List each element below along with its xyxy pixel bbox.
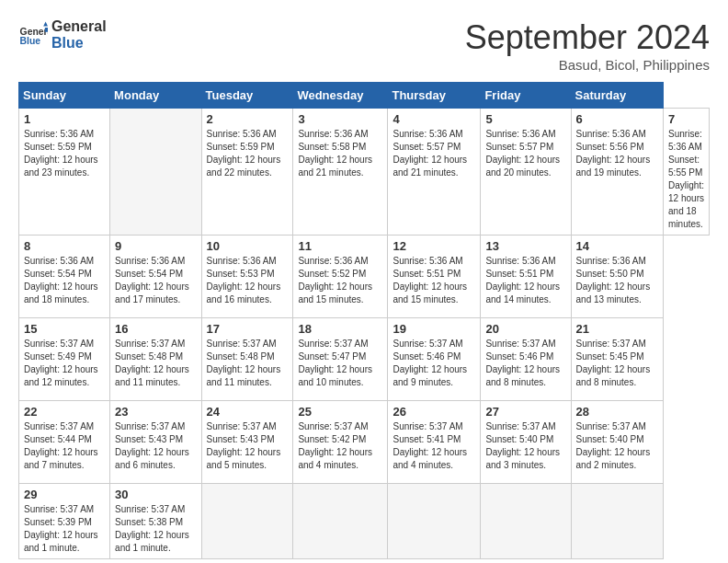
day-number: 24 xyxy=(207,405,289,419)
day-info: Sunrise: 5:36 AM Sunset: 5:56 PM Dayligh… xyxy=(576,128,658,179)
col-header-saturday: Saturday xyxy=(571,83,663,109)
svg-text:General: General xyxy=(20,27,48,37)
calendar-day: 13Sunrise: 5:36 AM Sunset: 5:51 PM Dayli… xyxy=(481,236,571,318)
day-number: 14 xyxy=(576,239,658,253)
calendar-day: 20Sunrise: 5:37 AM Sunset: 5:46 PM Dayli… xyxy=(481,318,571,401)
calendar-day: 1Sunrise: 5:36 AM Sunset: 5:59 PM Daylig… xyxy=(19,109,110,236)
week-row: 8Sunrise: 5:36 AM Sunset: 5:54 PM Daylig… xyxy=(19,236,710,318)
calendar-day: 6Sunrise: 5:36 AM Sunset: 5:56 PM Daylig… xyxy=(571,109,663,236)
day-info: Sunrise: 5:36 AM Sunset: 5:54 PM Dayligh… xyxy=(24,255,105,306)
day-info: Sunrise: 5:37 AM Sunset: 5:43 PM Dayligh… xyxy=(207,420,289,472)
calendar-day: 3Sunrise: 5:36 AM Sunset: 5:58 PM Daylig… xyxy=(293,109,388,236)
calendar-day: 18Sunrise: 5:37 AM Sunset: 5:47 PM Dayli… xyxy=(293,318,388,401)
day-info: Sunrise: 5:37 AM Sunset: 5:39 PM Dayligh… xyxy=(24,503,105,555)
calendar-day: 14Sunrise: 5:36 AM Sunset: 5:50 PM Dayli… xyxy=(571,236,663,318)
month-title: September 2024 xyxy=(465,18,710,57)
day-info: Sunrise: 5:37 AM Sunset: 5:46 PM Dayligh… xyxy=(485,338,565,389)
day-number: 17 xyxy=(207,322,289,336)
logo-general: General xyxy=(51,18,107,35)
calendar-table: SundayMondayTuesdayWednesdayThursdayFrid… xyxy=(18,82,710,559)
page-header: General Blue General Blue September 2024… xyxy=(18,18,710,73)
day-info: Sunrise: 5:36 AM Sunset: 5:50 PM Dayligh… xyxy=(576,255,658,306)
col-header-wednesday: Wednesday xyxy=(293,83,388,109)
calendar-day: 2Sunrise: 5:36 AM Sunset: 5:59 PM Daylig… xyxy=(201,109,293,236)
day-info: Sunrise: 5:37 AM Sunset: 5:43 PM Dayligh… xyxy=(115,420,196,472)
calendar-day: 19Sunrise: 5:37 AM Sunset: 5:46 PM Dayli… xyxy=(388,318,481,401)
week-row: 29Sunrise: 5:37 AM Sunset: 5:39 PM Dayli… xyxy=(19,484,710,559)
calendar-day: 16Sunrise: 5:37 AM Sunset: 5:48 PM Dayli… xyxy=(110,318,201,401)
day-number: 20 xyxy=(485,322,565,336)
day-info: Sunrise: 5:37 AM Sunset: 5:45 PM Dayligh… xyxy=(576,338,658,389)
day-number: 22 xyxy=(24,405,105,419)
day-number: 11 xyxy=(298,239,382,253)
day-info: Sunrise: 5:36 AM Sunset: 5:55 PM Dayligh… xyxy=(668,128,704,231)
svg-text:Blue: Blue xyxy=(20,36,41,46)
day-info: Sunrise: 5:36 AM Sunset: 5:51 PM Dayligh… xyxy=(392,255,475,306)
day-number: 3 xyxy=(298,112,382,126)
logo: General Blue General Blue xyxy=(18,18,107,51)
day-number: 23 xyxy=(115,405,196,419)
week-row: 22Sunrise: 5:37 AM Sunset: 5:44 PM Dayli… xyxy=(19,401,710,484)
calendar-day: 5Sunrise: 5:36 AM Sunset: 5:57 PM Daylig… xyxy=(481,109,571,236)
calendar-day xyxy=(293,484,388,559)
day-info: Sunrise: 5:36 AM Sunset: 5:57 PM Dayligh… xyxy=(392,128,475,179)
day-number: 29 xyxy=(24,488,105,501)
day-number: 19 xyxy=(392,322,475,336)
calendar-day xyxy=(201,484,293,559)
day-number: 7 xyxy=(668,112,704,126)
day-info: Sunrise: 5:36 AM Sunset: 5:54 PM Dayligh… xyxy=(115,255,196,306)
calendar-day xyxy=(571,484,663,559)
day-number: 12 xyxy=(392,239,475,253)
calendar-day: 10Sunrise: 5:36 AM Sunset: 5:53 PM Dayli… xyxy=(201,236,293,318)
calendar-day: 25Sunrise: 5:37 AM Sunset: 5:42 PM Dayli… xyxy=(293,401,388,484)
day-number: 15 xyxy=(24,322,105,336)
calendar-day: 17Sunrise: 5:37 AM Sunset: 5:48 PM Dayli… xyxy=(201,318,293,401)
day-info: Sunrise: 5:37 AM Sunset: 5:48 PM Dayligh… xyxy=(207,338,289,389)
calendar-day: 8Sunrise: 5:36 AM Sunset: 5:54 PM Daylig… xyxy=(19,236,110,318)
day-number: 9 xyxy=(115,239,196,253)
title-block: September 2024 Basud, Bicol, Philippines xyxy=(465,18,710,73)
calendar-day: 12Sunrise: 5:36 AM Sunset: 5:51 PM Dayli… xyxy=(388,236,481,318)
calendar-day xyxy=(110,109,201,236)
col-header-friday: Friday xyxy=(481,83,571,109)
day-info: Sunrise: 5:36 AM Sunset: 5:51 PM Dayligh… xyxy=(485,255,565,306)
calendar-day: 24Sunrise: 5:37 AM Sunset: 5:43 PM Dayli… xyxy=(201,401,293,484)
calendar-day: 15Sunrise: 5:37 AM Sunset: 5:49 PM Dayli… xyxy=(19,318,110,401)
day-info: Sunrise: 5:36 AM Sunset: 5:57 PM Dayligh… xyxy=(485,128,565,179)
day-info: Sunrise: 5:36 AM Sunset: 5:59 PM Dayligh… xyxy=(24,128,105,179)
day-info: Sunrise: 5:37 AM Sunset: 5:44 PM Dayligh… xyxy=(24,420,105,472)
day-info: Sunrise: 5:36 AM Sunset: 5:58 PM Dayligh… xyxy=(298,128,382,179)
logo-icon: General Blue xyxy=(18,20,48,50)
day-number: 2 xyxy=(207,112,289,126)
day-number: 21 xyxy=(576,322,658,336)
day-number: 13 xyxy=(485,239,565,253)
day-number: 16 xyxy=(115,322,196,336)
day-number: 6 xyxy=(576,112,658,126)
day-number: 30 xyxy=(115,488,196,501)
day-number: 10 xyxy=(207,239,289,253)
calendar-day: 9Sunrise: 5:36 AM Sunset: 5:54 PM Daylig… xyxy=(110,236,201,318)
day-info: Sunrise: 5:37 AM Sunset: 5:42 PM Dayligh… xyxy=(298,420,382,472)
day-info: Sunrise: 5:37 AM Sunset: 5:40 PM Dayligh… xyxy=(576,420,658,472)
calendar-day xyxy=(481,484,571,559)
location: Basud, Bicol, Philippines xyxy=(465,57,710,73)
calendar-day: 29Sunrise: 5:37 AM Sunset: 5:39 PM Dayli… xyxy=(19,484,110,559)
calendar-day: 27Sunrise: 5:37 AM Sunset: 5:40 PM Dayli… xyxy=(481,401,571,484)
day-number: 25 xyxy=(298,405,382,419)
calendar-day: 23Sunrise: 5:37 AM Sunset: 5:43 PM Dayli… xyxy=(110,401,201,484)
day-number: 27 xyxy=(485,405,565,419)
day-info: Sunrise: 5:36 AM Sunset: 5:59 PM Dayligh… xyxy=(207,128,289,179)
day-info: Sunrise: 5:36 AM Sunset: 5:53 PM Dayligh… xyxy=(207,255,289,306)
calendar-day: 28Sunrise: 5:37 AM Sunset: 5:40 PM Dayli… xyxy=(571,401,663,484)
calendar-day xyxy=(388,484,481,559)
week-row: 15Sunrise: 5:37 AM Sunset: 5:49 PM Dayli… xyxy=(19,318,710,401)
calendar-day: 4Sunrise: 5:36 AM Sunset: 5:57 PM Daylig… xyxy=(388,109,481,236)
logo-blue: Blue xyxy=(51,35,107,52)
day-info: Sunrise: 5:37 AM Sunset: 5:48 PM Dayligh… xyxy=(115,338,196,389)
svg-marker-2 xyxy=(43,21,48,26)
header-row: SundayMondayTuesdayWednesdayThursdayFrid… xyxy=(19,83,710,109)
day-info: Sunrise: 5:37 AM Sunset: 5:40 PM Dayligh… xyxy=(485,420,565,472)
calendar-day: 11Sunrise: 5:36 AM Sunset: 5:52 PM Dayli… xyxy=(293,236,388,318)
calendar-day: 26Sunrise: 5:37 AM Sunset: 5:41 PM Dayli… xyxy=(388,401,481,484)
day-info: Sunrise: 5:37 AM Sunset: 5:47 PM Dayligh… xyxy=(298,338,382,389)
